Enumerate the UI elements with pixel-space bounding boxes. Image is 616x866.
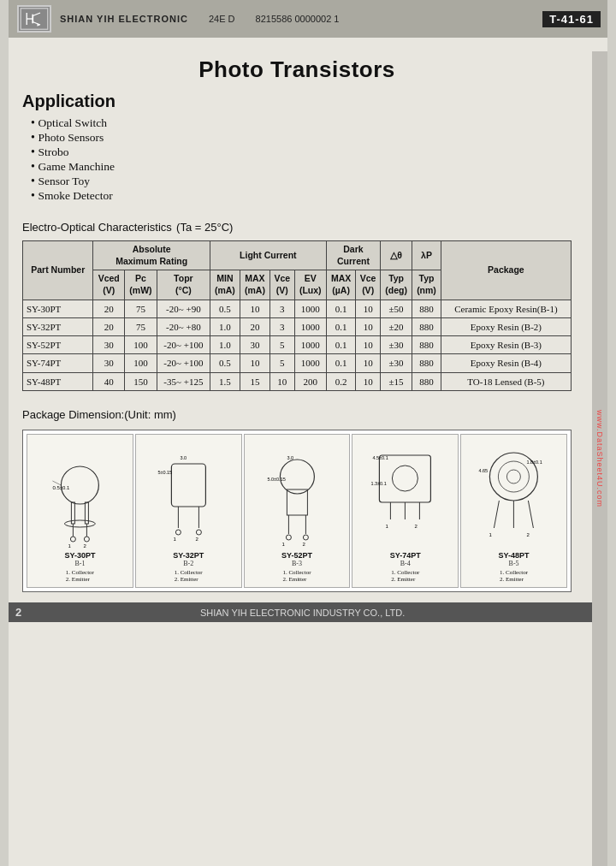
table-cell: 0.5 [210, 300, 240, 317]
table-cell: 5 [270, 336, 294, 354]
table-cell: 880 [412, 354, 441, 372]
table-cell: 880 [412, 336, 441, 354]
pkg-item-b5: 4.65 1.8±0.1 1 2 SY-48PT B-5 1. Collecto… [460, 434, 567, 588]
table-cell: TO-18 Lensed (B-5) [441, 372, 571, 390]
pkg-sublabel-b3: B-3 [292, 560, 302, 567]
svg-text:2: 2 [83, 543, 86, 549]
table-cell: 1000 [294, 354, 326, 372]
footer-company: SHIAN YIH ELECTRONIC INDUSTRY CO., LTD. [200, 608, 405, 618]
header-part: 24E D [209, 14, 235, 24]
spec-table: Part Number AbsoluteMaximum Rating Light… [22, 240, 572, 391]
table-cell: 10 [356, 300, 381, 317]
pkg-item-b2: 1 2 5±0.15 3.0 SY-32PT B-2 1. Collector2… [135, 434, 242, 588]
table-cell: SY-30PT [23, 300, 93, 317]
svg-text:1.3±0.1: 1.3±0.1 [371, 481, 387, 486]
list-item: Sensor Toy [31, 175, 572, 188]
table-cell: 40 [93, 372, 125, 390]
table-cell: 10 [356, 354, 381, 372]
svg-text:3.0: 3.0 [180, 455, 187, 460]
svg-text:2: 2 [302, 542, 305, 547]
pkg-label-b5: SY-48PT [499, 551, 530, 560]
table-cell: 30 [93, 354, 125, 372]
table-cell: 75 [125, 317, 157, 335]
svg-text:5.0±0.15: 5.0±0.15 [267, 477, 285, 482]
table-cell: ±15 [380, 372, 412, 390]
table-cell: ±30 [380, 336, 412, 354]
svg-text:1: 1 [489, 532, 493, 537]
table-cell: 0.5 [210, 354, 240, 372]
pkg-label-b4: SY-74PT [390, 551, 421, 560]
pkg-sublabel-b2: B-2 [183, 560, 193, 567]
table-cell: 880 [412, 317, 441, 335]
list-item: Game Manchine [31, 160, 572, 174]
svg-text:3.0: 3.0 [287, 455, 293, 460]
table-cell: 0.1 [326, 317, 355, 335]
col-vce: Vce(V) [270, 270, 294, 300]
col-vced: Vced(V) [93, 270, 125, 300]
pkg-sublabel-b1: B-1 [74, 560, 85, 567]
table-cell: 100 [125, 354, 157, 372]
col-absolute: AbsoluteMaximum Rating [93, 241, 210, 270]
table-cell: 10 [356, 317, 381, 335]
table-cell: 20 [93, 317, 125, 335]
svg-line-51 [495, 501, 500, 528]
svg-text:5±0.15: 5±0.15 [157, 470, 172, 475]
col-darkcurrent: DarkCurrent [326, 241, 380, 270]
col-min: MIN(mA) [210, 270, 240, 300]
list-item: Strobo [31, 145, 572, 159]
svg-rect-0 [20, 7, 50, 31]
table-cell: SY-32PT [23, 317, 93, 335]
table-cell: 0.2 [326, 372, 355, 390]
pkg-item-b1: 1 2 0.5±0.1 SY-30PT B-1 1. Collector2. E… [27, 434, 133, 588]
col-darkvce: Vce(V) [356, 270, 381, 300]
table-cell: 0.1 [326, 354, 355, 372]
pkg-sublabel-b5: B-5 [509, 560, 519, 567]
pkg-sublabel-b4: B-4 [400, 560, 411, 567]
svg-rect-20 [171, 464, 205, 507]
svg-text:1: 1 [281, 542, 285, 547]
col-pc: Pc(mW) [125, 270, 157, 300]
list-item: Smoke Detector [31, 189, 572, 203]
table-cell: 10 [356, 372, 381, 390]
table-cell: 3 [270, 317, 294, 335]
table-cell: 75 [125, 300, 157, 317]
package-heading: Package Dimension:(Unit: mm) [22, 405, 572, 423]
table-cell: SY-74PT [23, 354, 93, 372]
table-cell: 150 [125, 372, 157, 390]
pkg-label-b3: SY-52PT [281, 551, 312, 560]
col-typ-deg: Typ(deg) [380, 270, 412, 300]
svg-point-50 [507, 470, 521, 483]
col-package: Package [441, 241, 571, 300]
company-logo [17, 5, 51, 33]
table-cell: 30 [93, 336, 125, 354]
list-item: Photo Sensors [31, 131, 572, 145]
svg-point-23 [175, 530, 181, 535]
table-cell: 10 [270, 372, 294, 390]
col-lightcurrent: Light Current [210, 241, 326, 270]
header-top: SHIAN YIH ELECTRONIC 24E D 8215586 00000… [9, 0, 607, 38]
table-cell: -20~ +80 [157, 317, 210, 335]
table-cell: 200 [294, 372, 326, 390]
main-title: Photo Transistors [22, 56, 572, 83]
table-cell: -35~ +125 [157, 372, 210, 390]
table-cell: 15 [240, 372, 270, 390]
svg-point-15 [84, 537, 89, 542]
table-cell: 1000 [294, 317, 326, 335]
application-list: Optical Switch Photo Sensors Strobo Game… [31, 116, 572, 203]
svg-text:4.5±0.1: 4.5±0.1 [373, 455, 388, 460]
table-cell: 1.0 [210, 317, 240, 335]
svg-text:2: 2 [415, 524, 418, 529]
svg-text:1.8±0.1: 1.8±0.1 [527, 460, 542, 465]
svg-text:0.5±0.1: 0.5±0.1 [52, 485, 70, 490]
table-cell: Epoxy Resin (B-2) [441, 317, 571, 335]
pkg-label-b2: SY-32PT [173, 551, 204, 560]
table-cell: 1.5 [210, 372, 240, 390]
application-heading: Application [22, 92, 572, 111]
svg-text:1: 1 [173, 537, 176, 542]
pkg-label-b1: SY-30PT [64, 551, 95, 560]
col-typ-nm: Typ(nm) [412, 270, 441, 300]
table-cell: 0.1 [326, 300, 355, 317]
svg-text:1: 1 [386, 524, 389, 529]
table-cell: 10 [240, 300, 270, 317]
svg-point-14 [70, 537, 75, 542]
